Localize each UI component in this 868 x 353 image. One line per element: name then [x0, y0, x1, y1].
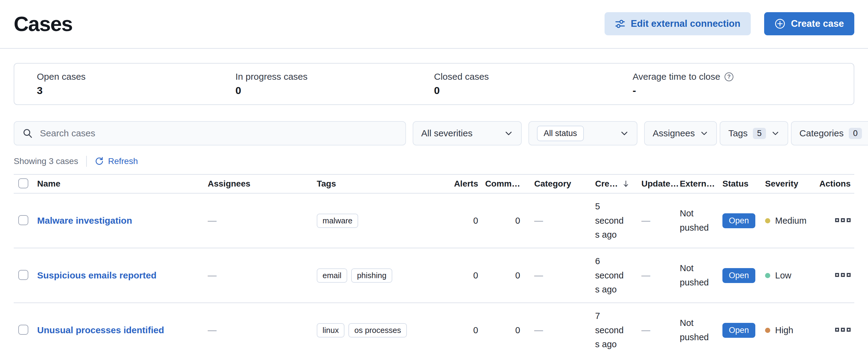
row-checkbox[interactable] — [18, 215, 28, 225]
tag-badge: email — [317, 268, 347, 283]
case-name-link[interactable]: Malware investigation — [37, 216, 132, 225]
create-case-button[interactable]: Create case — [764, 12, 854, 35]
status-filter-dropdown[interactable]: All status — [528, 121, 638, 146]
refresh-icon — [95, 157, 104, 166]
header-cell-actions: Actions — [803, 179, 854, 189]
case-name-link[interactable]: Unusual processes identified — [37, 325, 164, 335]
header-cell-alerts: Alerts — [440, 179, 481, 189]
column-label-severity: Severity — [765, 179, 798, 188]
boxes-horizontal-icon — [841, 328, 845, 332]
severity-dot — [765, 218, 770, 223]
vertical-divider — [86, 156, 87, 167]
tags-list: linuxos processes — [317, 323, 407, 338]
tags-list: emailphishing — [317, 268, 392, 283]
tags-list: malware — [317, 214, 358, 228]
severity-value: Medium — [765, 216, 806, 226]
page-title: Cases — [14, 8, 72, 39]
header-cell-name[interactable]: Name — [33, 179, 203, 189]
header-cell-category: Category — [523, 179, 584, 189]
boxes-horizontal-icon — [835, 218, 839, 222]
created-value: 7 seconds ago — [595, 309, 626, 352]
chevron-down-icon — [771, 129, 780, 137]
help-icon[interactable]: ? — [724, 72, 733, 81]
chevron-down-icon — [700, 129, 708, 137]
edit-external-connection-button[interactable]: Edit external connection — [604, 12, 751, 35]
assignees-value: — — [208, 216, 217, 225]
category-value: — — [534, 216, 543, 225]
external-status-value: Not pushed — [680, 316, 714, 345]
column-label-comments: Comm… — [485, 179, 520, 188]
assignees-value: — — [208, 325, 217, 335]
select-all-checkbox[interactable] — [18, 178, 28, 188]
severity-value: High — [765, 325, 794, 335]
header-cell-assignees: Assignees — [203, 179, 312, 189]
alerts-count: 0 — [473, 216, 478, 225]
severity-label: Medium — [775, 216, 806, 226]
boxes-horizontal-icon — [841, 273, 845, 277]
plus-circle-icon — [775, 18, 785, 29]
severity-dot — [765, 328, 770, 333]
header-cell-created[interactable]: Cre… — [584, 179, 630, 189]
stats-panel: Open cases 3 In progress cases 0 Closed … — [14, 63, 854, 105]
categories-count-badge: 0 — [849, 128, 862, 139]
status-badge[interactable]: Open — [722, 323, 755, 338]
search-icon — [22, 128, 33, 139]
table-row: Unusual processes identified—linuxos pro… — [14, 303, 854, 353]
chevron-down-icon — [620, 129, 629, 138]
boxes-horizontal-icon — [841, 218, 845, 222]
list-meta-row: Showing 3 cases Refresh — [14, 156, 854, 167]
column-label-created: Cre… — [595, 179, 618, 189]
stat-in-progress-cases-value: 0 — [236, 85, 434, 96]
case-name-link[interactable]: Suspicious emails reported — [37, 270, 157, 280]
header-cell-tags: Tags — [312, 179, 440, 189]
status-badge[interactable]: Open — [722, 268, 755, 283]
row-checkbox[interactable] — [18, 270, 28, 280]
stat-in-progress-cases: In progress cases 0 — [236, 71, 434, 96]
alerts-count: 0 — [473, 325, 478, 335]
assignees-value: — — [208, 270, 217, 280]
stat-average-time-to-close: Average time to close ? - — [632, 71, 831, 96]
refresh-button[interactable]: Refresh — [95, 156, 138, 166]
filters-bar: All severities All status Assignees — [14, 121, 854, 146]
external-status-value: Not pushed — [680, 261, 714, 290]
severity-filter-dropdown[interactable]: All severities — [413, 121, 522, 146]
table-header-row: NameAssigneesTagsAlertsComm…CategoryCre…… — [14, 174, 854, 194]
row-actions-button[interactable] — [835, 218, 850, 222]
tag-badge: malware — [317, 214, 358, 228]
header-divider — [0, 48, 868, 49]
showing-count-text: Showing 3 cases — [14, 156, 78, 166]
category-value: — — [534, 270, 543, 280]
tags-filter-button[interactable]: Tags 5 — [720, 121, 788, 146]
status-badge[interactable]: Open — [722, 213, 755, 228]
boxes-horizontal-icon — [847, 328, 850, 332]
row-actions-button[interactable] — [835, 328, 850, 332]
header-cell-status: Status — [711, 179, 754, 189]
severity-filter-label: All severities — [421, 128, 472, 138]
row-actions-button[interactable] — [835, 273, 850, 277]
boxes-horizontal-icon — [847, 273, 850, 277]
sliders-icon — [615, 19, 625, 29]
categories-filter-button[interactable]: Categories 0 — [791, 121, 868, 146]
column-label-assignees: Assignees — [208, 179, 250, 188]
severity-value: Low — [765, 270, 791, 281]
column-label-status: Status — [722, 179, 749, 188]
header-cell-external: Extern… — [669, 179, 711, 189]
row-checkbox[interactable] — [18, 325, 28, 335]
create-case-label: Create case — [791, 18, 844, 29]
column-label-alerts: Alerts — [454, 179, 478, 188]
status-filter-selected: All status — [537, 126, 584, 141]
created-value: 5 seconds ago — [595, 199, 626, 242]
cases-table: NameAssigneesTagsAlertsComm…CategoryCre…… — [14, 174, 854, 353]
severity-label: High — [775, 325, 794, 335]
column-label-category: Category — [534, 179, 571, 188]
refresh-label: Refresh — [108, 156, 138, 166]
stat-closed-cases-value: 0 — [434, 85, 632, 96]
assignees-filter-button[interactable]: Assignees — [644, 121, 717, 146]
search-cases-input[interactable] — [40, 128, 398, 138]
comments-count: 0 — [515, 325, 520, 335]
created-value: 6 seconds ago — [595, 254, 626, 297]
alerts-count: 0 — [473, 270, 478, 280]
tag-badge: os processes — [348, 323, 407, 338]
column-label-external: Extern… — [680, 179, 715, 188]
severity-dot — [765, 273, 770, 278]
